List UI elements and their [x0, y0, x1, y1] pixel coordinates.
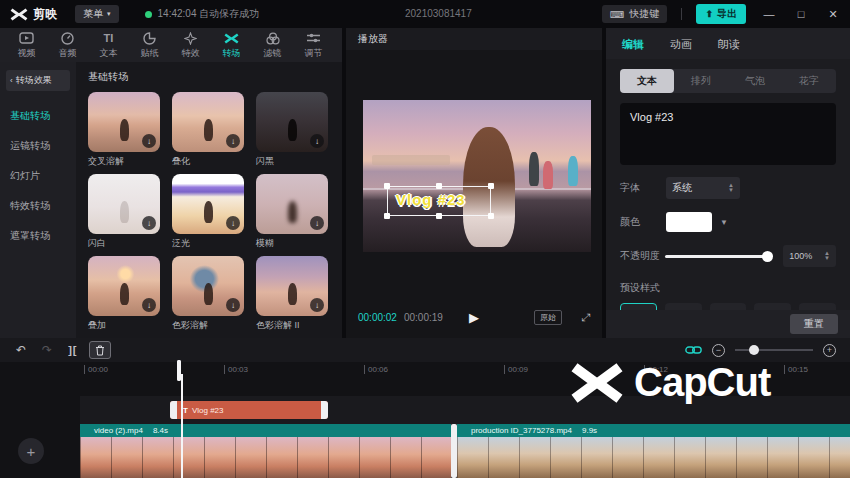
split-icon[interactable]: ][	[68, 344, 77, 356]
sidebar-header[interactable]: ‹ 转场效果	[6, 70, 70, 91]
sidebar-item-effect-transitions[interactable]: 特效转场	[0, 191, 76, 221]
undo-icon[interactable]: ↶	[16, 343, 26, 357]
transition-card[interactable]: ↓ 色彩溶解	[172, 256, 248, 332]
toolbar-item-adjust[interactable]: 调节	[293, 31, 334, 60]
subtab-arrange[interactable]: 排列	[674, 69, 728, 93]
zoom-slider-knob[interactable]	[749, 345, 759, 355]
download-icon[interactable]: ↓	[142, 216, 156, 230]
font-select[interactable]: 系统 ▲▼	[666, 177, 740, 199]
video-clip-2[interactable]: production ID_3775278.mp4 9.9s	[457, 424, 850, 478]
video-clip-1[interactable]: video (2).mp4 8.4s	[80, 424, 451, 478]
transition-thumbnail[interactable]: ↓	[172, 256, 244, 316]
sidebar-item-motion-transitions[interactable]: 运镜转场	[0, 131, 76, 161]
toolbar-item-transition[interactable]: 转场	[211, 31, 252, 60]
opacity-slider[interactable]	[665, 255, 772, 258]
download-icon[interactable]: ↓	[142, 298, 156, 312]
transition-card[interactable]: ↓ 闪白	[88, 174, 164, 250]
download-icon[interactable]: ↓	[142, 134, 156, 148]
sidebar-item-mask-transitions[interactable]: 遮罩转场	[0, 221, 76, 251]
clip-filmstrip[interactable]	[457, 437, 850, 478]
clip-trim-handle[interactable]	[321, 401, 328, 419]
stepper-icon[interactable]: ▲▼	[824, 251, 830, 261]
tab-edit[interactable]: 编辑	[622, 37, 644, 52]
toolbar-item-sticker[interactable]: 贴纸	[129, 31, 170, 60]
download-icon[interactable]: ↓	[310, 216, 324, 230]
add-media-button[interactable]: +	[18, 438, 44, 464]
text-clip-body[interactable]: T Vlog #23	[177, 401, 321, 419]
resize-handle[interactable]	[488, 213, 494, 219]
fullscreen-icon[interactable]: ⤢	[581, 311, 590, 324]
video-preview[interactable]: Vlog #23	[363, 100, 591, 252]
stepper-icon[interactable]: ▲▼	[728, 183, 734, 193]
transition-card[interactable]: ↓ 泛光	[172, 174, 248, 250]
export-button[interactable]: ⬆ 导出	[696, 4, 746, 24]
download-icon[interactable]: ↓	[226, 134, 240, 148]
subtab-fancy-text[interactable]: 花字	[782, 69, 836, 93]
toolbar-item-text[interactable]: TI 文本	[88, 31, 129, 60]
overlay-text[interactable]: Vlog #23	[396, 191, 466, 208]
menu-button[interactable]: 菜单 ▾	[75, 5, 119, 23]
text-clip[interactable]: T Vlog #23	[170, 401, 328, 419]
transition-card[interactable]: ↓ 叠加	[88, 256, 164, 332]
transition-thumbnail[interactable]: ↓	[88, 92, 160, 152]
toolbar-label: 视频	[18, 47, 36, 60]
opacity-value-box[interactable]: 100% ▲▼	[783, 245, 836, 267]
download-icon[interactable]: ↓	[226, 298, 240, 312]
toolbar-item-video[interactable]: 视频	[6, 31, 47, 60]
transition-thumbnail[interactable]: ↓	[172, 174, 244, 234]
download-icon[interactable]: ↓	[310, 134, 324, 148]
sidebar-item-slideshow[interactable]: 幻灯片	[0, 161, 76, 191]
minimize-button[interactable]: —	[760, 8, 778, 20]
transition-thumbnail[interactable]: ↓	[256, 174, 328, 234]
sidebar-item-basic-transitions[interactable]: 基础转场	[0, 101, 76, 131]
transition-thumbnail[interactable]: ↓	[88, 174, 160, 234]
resize-handle[interactable]	[488, 183, 494, 189]
toolbar-item-audio[interactable]: 音频	[47, 31, 88, 60]
resize-handle[interactable]	[384, 183, 390, 189]
close-button[interactable]: ✕	[824, 8, 842, 21]
play-button[interactable]: ▶	[469, 310, 479, 325]
slider-knob[interactable]	[762, 251, 773, 262]
shortcut-button[interactable]: ⌨ 快捷键	[602, 5, 667, 23]
playhead[interactable]	[177, 362, 181, 478]
text-selection-box[interactable]: Vlog #23	[387, 186, 491, 216]
clip-trim-handle[interactable]	[451, 424, 457, 478]
resize-handle[interactable]	[436, 183, 442, 189]
timeline-zoom-slider[interactable]	[735, 349, 813, 351]
text-content-input[interactable]: Vlog #23	[620, 103, 836, 165]
transition-card[interactable]: ↓ 模糊	[256, 174, 332, 250]
zoom-out-icon[interactable]: −	[712, 344, 725, 357]
transition-thumbnail[interactable]: ↓	[172, 92, 244, 152]
tab-animation[interactable]: 动画	[670, 37, 692, 52]
transition-thumbnail[interactable]: ↓	[256, 92, 328, 152]
subtab-text[interactable]: 文本	[620, 69, 674, 93]
transition-card[interactable]: ↓ 色彩溶解 II	[256, 256, 332, 332]
resize-handle[interactable]	[436, 213, 442, 219]
reset-button[interactable]: 重置	[790, 314, 838, 334]
download-icon[interactable]: ↓	[226, 216, 240, 230]
subtab-bubble[interactable]: 气泡	[728, 69, 782, 93]
clip-trim-handle[interactable]	[170, 401, 177, 419]
transition-card[interactable]: ↓ 交叉溶解	[88, 92, 164, 168]
delete-button[interactable]	[89, 341, 111, 359]
resize-handle[interactable]	[384, 213, 390, 219]
tab-read-aloud[interactable]: 朗读	[718, 37, 740, 52]
chevron-down-icon[interactable]: ▼	[720, 218, 728, 227]
clip-filmstrip[interactable]	[80, 437, 451, 478]
export-icon: ⬆	[705, 9, 713, 19]
zoom-in-icon[interactable]: +	[823, 344, 836, 357]
aspect-ratio-button[interactable]: 原始	[534, 310, 562, 325]
toolbar-item-effect[interactable]: 特效	[170, 31, 211, 60]
transition-card[interactable]: ↓ 闪黑	[256, 92, 332, 168]
transition-card[interactable]: ↓ 叠化	[172, 92, 248, 168]
transition-thumbnail[interactable]: ↓	[256, 256, 328, 316]
capcut-logo-icon	[570, 363, 624, 403]
opacity-row: 不透明度 100% ▲▼	[620, 245, 836, 267]
maximize-button[interactable]: □	[792, 8, 810, 20]
redo-icon[interactable]: ↷	[42, 343, 52, 357]
link-icon[interactable]	[685, 344, 702, 356]
transition-thumbnail[interactable]: ↓	[88, 256, 160, 316]
color-swatch[interactable]	[666, 212, 712, 232]
toolbar-item-filter[interactable]: 滤镜	[252, 31, 293, 60]
download-icon[interactable]: ↓	[310, 298, 324, 312]
